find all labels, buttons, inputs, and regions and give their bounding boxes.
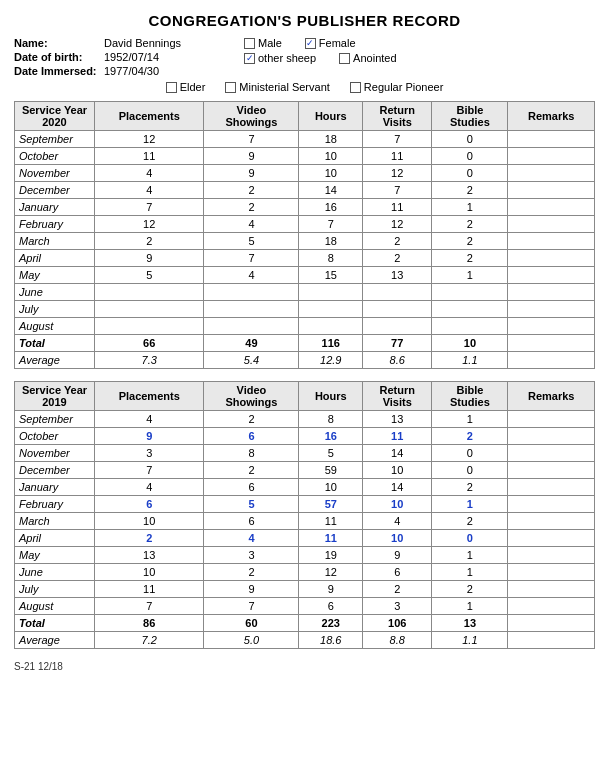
table-row: March1061142 (15, 513, 595, 530)
table-row: September428131 (15, 411, 595, 428)
placements-cell: 2 (95, 530, 204, 547)
total-video: 49 (204, 335, 299, 352)
remarks-cell (508, 216, 595, 233)
bible-cell: 0 (432, 445, 508, 462)
video-cell: 2 (204, 462, 299, 479)
video-cell: 4 (204, 267, 299, 284)
table-row: January4610142 (15, 479, 595, 496)
returns-cell: 10 (363, 496, 432, 513)
ministerial-checkbox[interactable] (225, 82, 236, 93)
month-cell: October (15, 148, 95, 165)
avg-video: 5.4 (204, 352, 299, 369)
bible-cell: 2 (432, 479, 508, 496)
placements-cell: 4 (95, 182, 204, 199)
returns-cell: 2 (363, 233, 432, 250)
returns-cell: 13 (363, 267, 432, 284)
video-cell: 2 (204, 182, 299, 199)
anointed-checkbox[interactable] (339, 53, 350, 64)
avg-placements: 7.2 (95, 632, 204, 649)
month-cell: August (15, 598, 95, 615)
th-service-year-2020: Service Year 2020 (15, 102, 95, 131)
elder-checkbox[interactable] (166, 82, 177, 93)
remarks-cell (508, 530, 595, 547)
placements-cell (95, 318, 204, 335)
avg-remarks (508, 632, 595, 649)
bible-cell: 1 (432, 598, 508, 615)
remarks-cell (508, 199, 595, 216)
month-cell: January (15, 479, 95, 496)
remarks-cell (508, 267, 595, 284)
bible-cell: 1 (432, 547, 508, 564)
remarks-cell (508, 445, 595, 462)
avg-returns: 8.6 (363, 352, 432, 369)
video-cell: 6 (204, 428, 299, 445)
hours-cell: 10 (299, 148, 363, 165)
info-section: Name: David Bennings Date of birth: 1952… (14, 37, 595, 77)
month-cell: February (15, 496, 95, 513)
hours-cell: 59 (299, 462, 363, 479)
placements-cell: 12 (95, 216, 204, 233)
placements-cell: 4 (95, 165, 204, 182)
month-cell: July (15, 301, 95, 318)
total-returns: 106 (363, 615, 432, 632)
th-placements-2020: Placements (95, 102, 204, 131)
returns-cell: 3 (363, 598, 432, 615)
month-cell: August (15, 318, 95, 335)
hours-cell: 7 (299, 216, 363, 233)
placements-cell: 9 (95, 428, 204, 445)
remarks-cell (508, 165, 595, 182)
placements-cell: 10 (95, 564, 204, 581)
hours-cell: 5 (299, 445, 363, 462)
placements-cell: 6 (95, 496, 204, 513)
pioneer-checkbox[interactable] (350, 82, 361, 93)
hours-cell: 14 (299, 182, 363, 199)
hours-cell: 16 (299, 199, 363, 216)
othersheep-label: other sheep (258, 52, 316, 64)
avg-bible: 1.1 (432, 352, 508, 369)
total-hours: 116 (299, 335, 363, 352)
th-video-2019: VideoShowings (204, 382, 299, 411)
table-row: August (15, 318, 595, 335)
th-remarks-2020: Remarks (508, 102, 595, 131)
month-cell: November (15, 165, 95, 182)
bible-cell: 2 (432, 428, 508, 445)
remarks-cell (508, 598, 595, 615)
placements-cell: 5 (95, 267, 204, 284)
th-bible-2020: BibleStudies (432, 102, 508, 131)
th-returns-2020: ReturnVisits (363, 102, 432, 131)
avg-returns: 8.8 (363, 632, 432, 649)
bible-cell: 2 (432, 581, 508, 598)
table-row: October11910110 (15, 148, 595, 165)
male-checkbox[interactable] (244, 38, 255, 49)
placements-cell: 7 (95, 199, 204, 216)
remarks-cell (508, 581, 595, 598)
month-cell: December (15, 182, 95, 199)
bible-cell (432, 301, 508, 318)
othersheep-checkbox[interactable]: ✓ (244, 53, 255, 64)
video-cell: 3 (204, 547, 299, 564)
video-cell: 4 (204, 216, 299, 233)
placements-cell: 7 (95, 598, 204, 615)
video-cell (204, 284, 299, 301)
name-label: Name: (14, 37, 104, 49)
video-cell: 4 (204, 530, 299, 547)
female-checkbox[interactable]: ✓ (305, 38, 316, 49)
hours-cell: 9 (299, 581, 363, 598)
bible-cell: 2 (432, 513, 508, 530)
total-remarks (508, 335, 595, 352)
placements-cell (95, 301, 204, 318)
name-value: David Bennings (104, 37, 214, 49)
remarks-cell (508, 564, 595, 581)
returns-cell: 10 (363, 462, 432, 479)
placements-cell: 3 (95, 445, 204, 462)
table-row: November4910120 (15, 165, 595, 182)
video-cell: 6 (204, 479, 299, 496)
returns-cell: 13 (363, 411, 432, 428)
video-cell: 2 (204, 411, 299, 428)
hours-cell (299, 318, 363, 335)
th-video-2020: VideoShowings (204, 102, 299, 131)
total-video: 60 (204, 615, 299, 632)
table-row: March251822 (15, 233, 595, 250)
placements-cell: 13 (95, 547, 204, 564)
table-row: June (15, 284, 595, 301)
